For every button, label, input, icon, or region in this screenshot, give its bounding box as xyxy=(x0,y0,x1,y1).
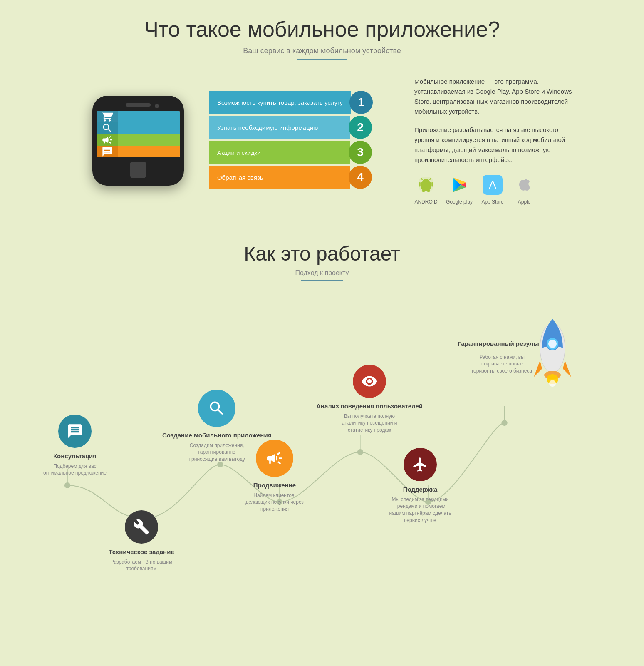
svg-point-30 xyxy=(548,340,557,348)
apple-label: Apple xyxy=(518,199,531,205)
phone-mockup xyxy=(72,96,205,186)
feature-row-1: Возможность купить товар, заказать услуг… xyxy=(209,91,373,114)
android-label: ANDROID xyxy=(414,199,437,205)
title-underline xyxy=(297,59,347,60)
step-desc-creation: Создадим приложения, гарантированно прин… xyxy=(183,442,250,463)
desc-text-1: Мобильное приложение — это программа, ус… xyxy=(414,77,572,117)
svg-text:A: A xyxy=(489,179,497,191)
feature-num-2: 2 xyxy=(349,116,372,139)
step-circle-promo xyxy=(256,440,293,477)
feature-bar-2: Узнать необходимую информацию xyxy=(209,116,350,139)
desc-text-2: Приложение разрабатывается на языке высо… xyxy=(414,125,572,165)
phone-screen xyxy=(97,111,180,157)
phone-row-4 xyxy=(97,146,180,157)
phone-text-3 xyxy=(118,134,180,146)
phone-icon-cart xyxy=(97,111,118,122)
step-desc-techspec: Разработаем ТЗ по вашим требованиям xyxy=(108,559,175,573)
feature-text-3: Акции и скидки xyxy=(217,149,261,156)
step-circle-creation xyxy=(198,390,235,427)
phone-camera xyxy=(155,104,159,108)
step-circle-analytics xyxy=(353,365,386,398)
feature-text-2: Узнать необходимую информацию xyxy=(217,124,318,131)
step-desc-analytics: Вы получаете полную аналитику посещений … xyxy=(336,413,403,434)
feature-num-4: 4 xyxy=(349,166,372,189)
subtitle: Ваш сервис в каждом мобильном устройстве xyxy=(25,47,619,55)
step-label-techspec: Техническое задание xyxy=(109,548,174,556)
workflow-diagram: Консультация Подберем для вас оптимально… xyxy=(25,306,619,556)
store-appstore: A App Store xyxy=(481,173,504,205)
svg-point-33 xyxy=(549,380,556,387)
svg-rect-7 xyxy=(427,189,430,193)
step-label-support: Поддержка xyxy=(403,485,438,494)
step-label-creation: Создание мобильного приложения xyxy=(162,431,271,440)
feature-num-1: 1 xyxy=(349,91,373,114)
step-circle-consultation xyxy=(58,415,92,448)
svg-rect-6 xyxy=(422,189,425,193)
step-techspec: Техническое задание Разработаем ТЗ по ва… xyxy=(108,510,175,572)
phone-speaker xyxy=(126,103,151,107)
phone-text-1 xyxy=(118,111,180,122)
section2-underline xyxy=(301,280,343,281)
feature-num-3: 3 xyxy=(349,141,372,164)
feature-row-3: Акции и скидки 3 xyxy=(209,141,373,164)
phone-text-4 xyxy=(118,146,180,157)
step-desc-consultation: Подберем для вас оптимальное предложение xyxy=(42,463,108,477)
apple-icon xyxy=(513,173,536,196)
step-support: Поддержка Мы следим за текущими трендами… xyxy=(387,448,453,524)
store-android: ANDROID xyxy=(414,173,438,205)
feature-bar-1: Возможность купить товар, заказать услуг… xyxy=(209,91,351,114)
googleplay-label: Google play xyxy=(446,199,473,205)
svg-point-18 xyxy=(357,449,363,455)
googleplay-icon xyxy=(448,173,471,196)
content-area: Возможность купить товар, заказать услуг… xyxy=(25,77,619,205)
appstore-icon: A xyxy=(481,173,504,196)
feature-text-4: Обратная связь xyxy=(217,174,263,181)
feature-bar-4: Обратная связь xyxy=(209,166,350,189)
svg-point-20 xyxy=(501,420,507,426)
description-block: Мобильное приложение — это программа, ус… xyxy=(414,77,572,205)
section2: Как это работает Подход к проекту xyxy=(0,230,644,573)
phone-home-btn xyxy=(130,162,146,178)
svg-rect-5 xyxy=(432,182,434,187)
step-desc-support: Мы следим за текущими трендами и помогае… xyxy=(387,496,453,524)
phone-row-3 xyxy=(97,134,180,146)
phone-row-2 xyxy=(97,122,180,134)
step-label-promo: Продвижение xyxy=(253,481,296,490)
step-desc-promo: Найдем клиентов, делающих покупки через … xyxy=(241,492,308,513)
store-apple: Apple xyxy=(513,173,536,205)
step-consultation: Консультация Подберем для вас оптимально… xyxy=(42,415,108,477)
svg-rect-4 xyxy=(419,182,421,187)
phone-icon-chat xyxy=(97,146,118,157)
phone-icon-search xyxy=(97,122,118,134)
step-label-analytics: Анализ поведения пользователей xyxy=(316,402,423,410)
features-list: Возможность купить товар, заказать услуг… xyxy=(209,91,373,191)
section2-title: Как это работает xyxy=(25,242,619,265)
phone-icon-megaphone xyxy=(97,134,118,146)
feature-row-4: Обратная связь 4 xyxy=(209,166,373,189)
appstore-label: App Store xyxy=(481,199,503,205)
store-icons: ANDROID xyxy=(414,173,572,205)
step-circle-support xyxy=(404,448,437,481)
step-label-consultation: Консультация xyxy=(53,452,97,460)
step-circle-techspec xyxy=(125,510,158,544)
phone-row-1 xyxy=(97,111,180,122)
phone-text-2 xyxy=(118,122,180,134)
phone-body xyxy=(92,96,184,186)
feature-text-1: Возможность купить товар, заказать услуг… xyxy=(217,99,343,106)
feature-bar-3: Акции и скидки xyxy=(209,141,350,164)
svg-point-14 xyxy=(64,482,70,488)
main-title: Что такое мобильное приложение? xyxy=(25,17,619,42)
rocket-icon xyxy=(519,311,586,377)
android-icon xyxy=(414,173,438,196)
feature-row-2: Узнать необходимую информацию 2 xyxy=(209,116,373,139)
store-googleplay: Google play xyxy=(446,173,473,205)
step-analytics: Анализ поведения пользователей Вы получа… xyxy=(316,365,423,434)
step-promo: Продвижение Найдем клиентов, делающих по… xyxy=(241,440,308,513)
section1: Что такое мобильное приложение? Ваш серв… xyxy=(0,0,644,230)
section2-subtitle: Подход к проекту xyxy=(25,269,619,277)
